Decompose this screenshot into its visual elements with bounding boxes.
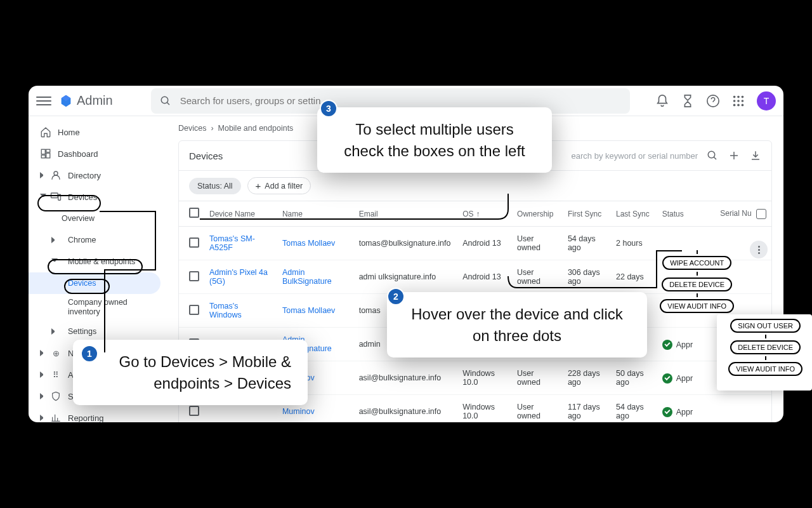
action-menu-1: WIPE ACCOUNT DELETE DEVICE VIEW AUDIT IN… xyxy=(660,250,734,313)
search-icon[interactable] xyxy=(707,150,718,161)
chevron-right-icon xyxy=(51,237,58,243)
ownership-cell: User owned xyxy=(512,395,563,423)
svg-line-20 xyxy=(714,157,716,159)
user-avatar[interactable]: T xyxy=(757,91,776,110)
ownership-cell: User owned xyxy=(512,260,563,294)
svg-point-11 xyxy=(742,104,744,106)
svg-rect-13 xyxy=(46,149,50,152)
svg-rect-14 xyxy=(46,153,50,158)
device-link[interactable]: Tomas's Windows xyxy=(209,302,242,319)
col-status[interactable]: Status xyxy=(657,201,716,227)
email-cell: asil@bulksignature.info xyxy=(354,361,458,395)
three-dots-icon xyxy=(758,246,760,254)
step-3-badge: 3 xyxy=(320,100,337,117)
user-link[interactable]: Admin BulkSignature xyxy=(282,268,332,286)
col-os[interactable]: OS↑ xyxy=(457,201,512,227)
dashboard-icon xyxy=(40,148,51,159)
user-link[interactable]: Muminov xyxy=(282,407,315,416)
download-icon[interactable] xyxy=(750,150,761,161)
search-icon xyxy=(160,95,171,107)
header-actions: T xyxy=(655,91,776,110)
user-link[interactable]: Tomas Mollaev xyxy=(282,306,335,315)
row-checkbox[interactable] xyxy=(189,406,199,416)
email-cell: tomas@bulksignature.info xyxy=(354,227,458,260)
sidebar-item-reporting[interactable]: Reporting xyxy=(29,407,167,429)
sidebar-item-directory[interactable]: Directory xyxy=(29,164,167,186)
sidebar-item-devices[interactable]: Devices xyxy=(29,186,167,208)
help-icon[interactable] xyxy=(706,94,720,108)
first-sync-cell: 228 days ago xyxy=(563,361,611,395)
user-link[interactable]: Tomas Mollaev xyxy=(282,239,335,248)
menu-sign-out[interactable]: SIGN OUT USER xyxy=(730,319,801,333)
status-filter-chip[interactable]: Status: All xyxy=(189,178,241,194)
os-cell: Android 13 xyxy=(457,227,512,260)
col-device-name[interactable]: Device Name xyxy=(204,201,277,227)
global-search-input[interactable] xyxy=(180,95,621,106)
row-checkbox[interactable] xyxy=(189,271,199,281)
sidebar-item-dashboard[interactable]: Dashboard xyxy=(29,143,167,164)
status-cell: Appr xyxy=(657,328,716,361)
row-checkbox[interactable] xyxy=(189,237,199,248)
devices-icon xyxy=(50,191,62,203)
sidebar-item-settings[interactable]: Settings xyxy=(29,321,167,342)
apps-grid-icon[interactable] xyxy=(731,94,745,108)
os-cell: Windows 10.0 xyxy=(457,395,512,423)
sidebar-item-home[interactable]: Home xyxy=(29,121,167,143)
menu-view-audit-2[interactable]: VIEW AUDIT INFO xyxy=(728,362,802,376)
check-icon xyxy=(662,340,672,350)
svg-point-4 xyxy=(737,95,740,98)
col-last-sync[interactable]: Last Sync xyxy=(611,201,657,227)
svg-rect-12 xyxy=(41,149,45,154)
device-link[interactable]: Tomas's SM-A525F xyxy=(209,234,255,252)
ownership-cell: User owned xyxy=(512,361,563,395)
menu-delete-device[interactable]: DELETE DEVICE xyxy=(662,277,732,291)
menu-delete-device-2[interactable]: DELETE DEVICE xyxy=(730,340,801,354)
bell-icon[interactable] xyxy=(655,94,669,108)
chevron-down-icon xyxy=(51,258,58,265)
menu-wipe-account[interactable]: WIPE ACCOUNT xyxy=(662,256,731,270)
svg-rect-17 xyxy=(51,193,58,198)
col-first-sync[interactable]: First Sync xyxy=(563,201,611,227)
step-3-callout: To select multiple users check the boxes… xyxy=(317,107,552,173)
breadcrumb-current: Mobile and endpoints xyxy=(218,124,294,133)
sidebar-item-company-inventory[interactable]: Company owned inventory xyxy=(29,294,167,321)
home-icon xyxy=(40,126,51,138)
last-sync-cell: 22 days xyxy=(611,260,657,294)
row-actions-button[interactable] xyxy=(750,241,768,258)
device-link[interactable]: Admin's Pixel 4a (5G) xyxy=(209,268,268,286)
panel-search-hint[interactable]: earch by keyword or serial number xyxy=(572,151,698,161)
svg-point-16 xyxy=(54,171,58,175)
col-name[interactable]: Name xyxy=(277,201,354,227)
google-admin-icon xyxy=(59,94,73,108)
add-filter-chip[interactable]: +Add a filter xyxy=(247,177,311,194)
select-all-checkbox[interactable] xyxy=(189,208,199,218)
hamburger-icon[interactable] xyxy=(36,93,51,109)
column-settings-icon[interactable] xyxy=(756,209,766,219)
row-checkbox[interactable] xyxy=(189,305,199,315)
os-cell: Windows 10.0 xyxy=(457,361,512,395)
network-icon: ⊕ xyxy=(50,347,62,359)
menu-view-audit[interactable]: VIEW AUDIT INFO xyxy=(660,299,734,313)
svg-point-3 xyxy=(733,95,736,98)
svg-point-9 xyxy=(733,104,736,106)
svg-line-1 xyxy=(167,102,169,105)
status-cell: Appr xyxy=(657,361,716,395)
sidebar-item-sub-devices[interactable]: Devices xyxy=(29,272,160,294)
admin-logo: Admin xyxy=(59,93,113,108)
sidebar-item-mobile-endpoints[interactable]: Mobile & endpoints xyxy=(29,251,167,272)
col-ownership[interactable]: Ownership xyxy=(512,201,563,227)
chart-icon xyxy=(50,412,62,424)
col-serial[interactable]: Serial Nu xyxy=(715,201,771,227)
last-sync-cell: 2 hours xyxy=(611,227,657,260)
first-sync-cell: 306 days ago xyxy=(563,260,611,294)
add-icon[interactable] xyxy=(728,150,740,161)
svg-point-10 xyxy=(737,104,740,106)
chevron-right-icon xyxy=(40,172,46,178)
step-1-badge: 1 xyxy=(81,345,98,363)
col-email[interactable]: Email xyxy=(354,201,458,227)
breadcrumb-devices[interactable]: Devices xyxy=(178,124,206,133)
sidebar-item-overview[interactable]: Overview xyxy=(29,208,167,229)
os-cell: Android 13 xyxy=(457,260,512,294)
hourglass-icon[interactable] xyxy=(681,94,695,108)
sidebar-item-chrome[interactable]: Chrome xyxy=(29,229,167,251)
